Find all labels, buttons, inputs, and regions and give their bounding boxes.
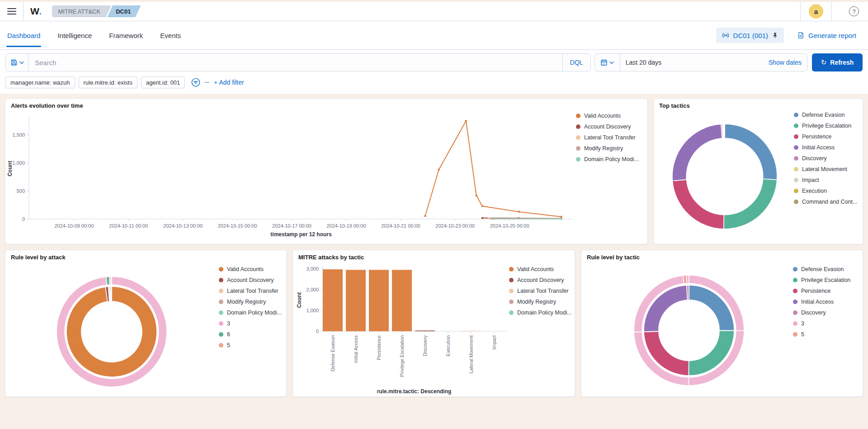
legend-item[interactable]: Valid Accounts xyxy=(509,264,572,275)
chevron-down-icon xyxy=(609,61,614,64)
search-bar: DQL xyxy=(5,53,591,72)
legend-swatch-icon xyxy=(794,145,798,150)
legend-item[interactable]: Impact xyxy=(794,175,857,186)
legend-label: Initial Access xyxy=(801,299,834,305)
wazuh-logo[interactable]: W. xyxy=(30,6,42,17)
legend-label: Valid Accounts xyxy=(584,113,621,119)
query-language-button[interactable]: DQL xyxy=(562,54,590,71)
menu-icon[interactable] xyxy=(7,8,16,14)
legend-label: 3 xyxy=(801,320,804,327)
legend-item[interactable]: Domain Policy Modi... xyxy=(509,307,572,318)
legend-label: Discovery xyxy=(802,155,827,162)
legend-item[interactable]: 5 xyxy=(793,329,850,340)
legend-item[interactable]: Modify Registry xyxy=(509,296,572,307)
legend-item[interactable]: Valid Accounts xyxy=(576,110,639,121)
report-document-icon xyxy=(797,32,804,39)
legend-swatch-icon xyxy=(509,278,514,282)
donut-segment[interactable] xyxy=(724,124,725,138)
svg-text:Initial Access: Initial Access xyxy=(353,335,359,363)
filter-pill-agent-id[interactable]: agent.id: 001 xyxy=(141,76,185,88)
svg-text:2024-10-13 00:00: 2024-10-13 00:00 xyxy=(163,223,203,229)
donut-segment[interactable] xyxy=(687,285,689,300)
donut-segment[interactable] xyxy=(111,286,112,301)
filter-options-icon[interactable] xyxy=(191,78,200,87)
antenna-icon xyxy=(722,32,729,39)
svg-text:2,000: 2,000 xyxy=(306,287,319,292)
tab-dashboard[interactable]: Dashboard xyxy=(7,21,40,49)
legend-item[interactable]: 3 xyxy=(219,318,282,329)
legend-item[interactable]: Lateral Tool Transfer xyxy=(509,286,572,296)
donut-segment[interactable] xyxy=(686,275,689,283)
filter-pill-rule-mitre-id[interactable]: rule.mitre.id: exists xyxy=(79,76,137,88)
legend-item[interactable]: Privilege Escalation xyxy=(794,120,857,131)
avatar[interactable]: a xyxy=(809,4,823,19)
legend-item[interactable]: Lateral Tool Transfer xyxy=(576,132,639,143)
legend-item[interactable]: Domain Policy Modi... xyxy=(219,307,282,318)
breadcrumb-mitre-attack[interactable]: MITRE ATT&CK xyxy=(52,5,112,17)
legend-swatch-icon xyxy=(794,178,798,182)
legend-item[interactable]: Persistence xyxy=(793,286,850,296)
legend-item[interactable]: 3 xyxy=(793,318,850,329)
query-band: DQL Last 20 days Show dates ↻ Refresh xyxy=(0,50,868,94)
generate-report-button[interactable]: Generate report xyxy=(797,32,856,39)
legend-item[interactable]: Discovery xyxy=(793,307,850,318)
pinned-agent-label: DC01 (001) xyxy=(733,32,769,39)
legend-swatch-icon xyxy=(793,310,797,315)
svg-text:1,500: 1,500 xyxy=(12,132,25,138)
logo-text: W xyxy=(30,6,39,16)
legend-item[interactable]: Lateral Tool Transfer xyxy=(219,286,282,296)
legend-label: Lateral Tool Transfer xyxy=(584,134,636,141)
legend-label: Valid Accounts xyxy=(517,266,554,272)
svg-text:2024-10-09 00:00: 2024-10-09 00:00 xyxy=(55,223,94,229)
saved-queries-button[interactable] xyxy=(6,54,28,71)
legend-item[interactable]: 6 xyxy=(219,329,282,340)
breadcrumb-agent-dc01[interactable]: DC01 xyxy=(107,5,141,17)
legend-label: Privilege Escalation xyxy=(801,277,850,283)
help-icon[interactable]: ? xyxy=(849,6,859,16)
pinned-agent-chip[interactable]: DC01 (001) xyxy=(716,28,784,43)
donut-segment[interactable] xyxy=(111,276,112,285)
legend-swatch-icon xyxy=(219,300,223,304)
show-dates-link[interactable]: Show dates xyxy=(763,59,807,66)
alerts-evolution-line-chart[interactable]: 05001,0001,5002024-10-09 00:002024-10-11… xyxy=(5,99,575,245)
legend-item[interactable]: Execution xyxy=(794,186,857,196)
legend-item[interactable]: Modify Registry xyxy=(219,296,282,307)
svg-text:0: 0 xyxy=(22,216,25,222)
legend-item[interactable]: Defense Evasion xyxy=(794,110,857,120)
date-range-value[interactable]: Last 20 days xyxy=(620,59,763,66)
add-filter-link[interactable]: + Add filter xyxy=(214,79,244,86)
legend-item[interactable]: Persistence xyxy=(794,131,857,142)
legend-item[interactable]: Command and Cont... xyxy=(794,196,857,207)
tab-framework[interactable]: Framework xyxy=(109,21,143,49)
tab-events[interactable]: Events xyxy=(160,21,181,49)
search-input[interactable] xyxy=(28,54,562,71)
legend-item[interactable]: Domain Policy Modi... xyxy=(576,154,639,165)
svg-text:Discovery: Discovery xyxy=(422,335,428,356)
refresh-button[interactable]: ↻ Refresh xyxy=(812,53,863,72)
legend-item[interactable]: Initial Access xyxy=(793,296,850,307)
legend-label: 5 xyxy=(227,342,230,348)
legend-swatch-icon xyxy=(576,114,580,118)
legend-item[interactable]: Initial Access xyxy=(794,142,857,153)
legend-item[interactable]: Discovery xyxy=(794,153,857,164)
legend-item[interactable]: Account Discovery xyxy=(576,121,639,132)
legend-swatch-icon xyxy=(576,124,580,129)
legend-item[interactable]: Defense Evasion xyxy=(793,264,850,275)
legend-label: Privilege Escalation xyxy=(802,123,851,129)
donut-segment[interactable] xyxy=(724,179,777,229)
legend-item[interactable]: 5 xyxy=(219,340,282,351)
donut-segment[interactable] xyxy=(672,124,722,181)
legend-item[interactable]: Modify Registry xyxy=(576,143,639,154)
legend-item[interactable]: Lateral Movement xyxy=(794,164,857,175)
calendar-button[interactable] xyxy=(595,54,620,71)
legend-item[interactable]: Account Discovery xyxy=(219,275,282,286)
legend-item[interactable]: Privilege Escalation xyxy=(793,275,850,286)
tab-intelligence[interactable]: Intelligence xyxy=(57,21,92,49)
donut-segment[interactable] xyxy=(672,180,724,229)
legend-swatch-icon xyxy=(794,189,798,193)
legend-item[interactable]: Valid Accounts xyxy=(219,264,282,275)
filter-pill-manager-name[interactable]: manager.name: wazuh xyxy=(5,76,75,88)
legend-item[interactable]: Account Discovery xyxy=(509,275,572,286)
panel-rule-level-by-tactic: Rule level by tactic Defense EvasionPriv… xyxy=(581,250,863,397)
donut-segment[interactable] xyxy=(725,124,777,180)
